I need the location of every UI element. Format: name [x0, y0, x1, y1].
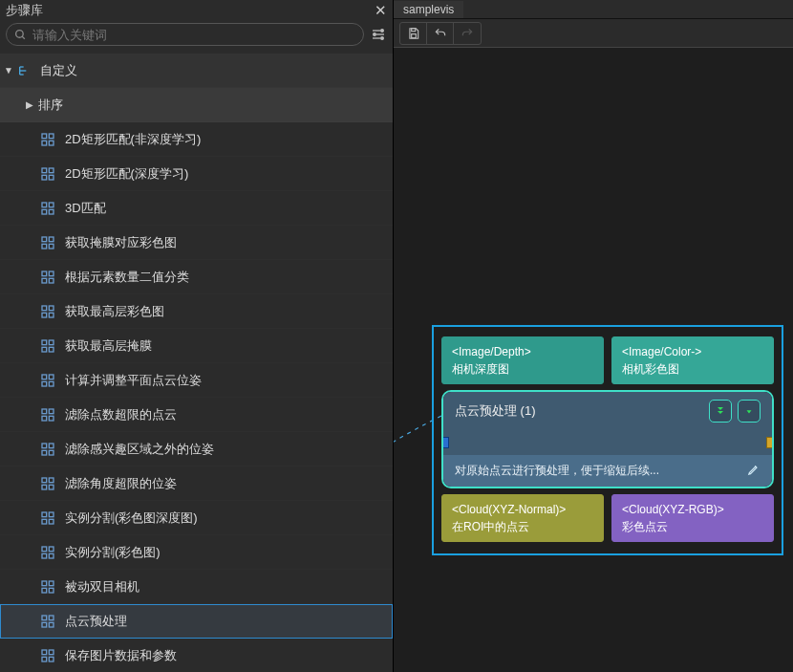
tree-item-label: 2D矩形匹配(深度学习): [65, 165, 188, 183]
tree-item[interactable]: 计算并调整平面点云位姿: [0, 363, 393, 398]
tree-item[interactable]: 保存图片数据和参数: [0, 639, 393, 672]
category-icon: [17, 63, 32, 78]
collapse-icon[interactable]: [709, 400, 732, 423]
tree-item-label: 实例分割(彩色图深度图): [65, 509, 198, 527]
tree-item[interactable]: 滤除角度超限的位姿: [0, 466, 393, 501]
tree-item-label: 根据元素数量二值分类: [65, 269, 189, 286]
tree-item[interactable]: 2D矩形匹配(非深度学习): [0, 122, 393, 157]
node-desc: 对原始点云进行预处理，便于缩短后续...: [455, 463, 659, 479]
tree-item-label: 滤除点数超限的点云: [65, 406, 177, 423]
step-icon: [40, 338, 55, 354]
tree-item[interactable]: 滤除点数超限的点云: [0, 398, 393, 432]
search-box[interactable]: [6, 23, 364, 46]
tree-item[interactable]: 获取最高层彩色图: [0, 294, 393, 329]
svg-point-7: [381, 37, 384, 40]
tree-item[interactable]: 被动双目相机: [0, 570, 393, 604]
tree-sort-label: 排序: [38, 97, 63, 114]
input-port-depth[interactable]: <Image/Depth> 相机深度图: [441, 336, 604, 384]
node-main[interactable]: 点云预处理 (1) 对原始点云进行预处理，便于缩短后续.: [441, 390, 774, 488]
flow-panel: samplevis <Image/Depth> 相机深度图: [394, 0, 793, 672]
step-icon: [40, 304, 55, 319]
toolbar: [394, 19, 793, 48]
step-icon: [40, 476, 55, 491]
svg-rect-74: [42, 657, 47, 661]
svg-point-3: [381, 30, 384, 33]
redo-button[interactable]: [454, 23, 481, 44]
close-icon[interactable]: ✕: [375, 2, 387, 19]
node-outputs: <Cloud(XYZ-Normal)> 在ROI中的点云 <Cloud(XYZ-…: [441, 494, 774, 542]
undo-button[interactable]: [427, 23, 454, 44]
search-input[interactable]: [32, 28, 355, 42]
svg-rect-23: [49, 209, 54, 214]
svg-rect-59: [49, 519, 54, 524]
svg-rect-13: [49, 134, 54, 139]
svg-rect-22: [42, 209, 47, 214]
exec-in-port[interactable]: [441, 437, 449, 448]
svg-rect-68: [42, 616, 47, 620]
step-icon: [40, 510, 55, 526]
input-port-color[interactable]: <Image/Color-> 相机彩色图: [611, 336, 774, 384]
svg-rect-76: [411, 28, 415, 31]
search-icon: [14, 29, 27, 41]
svg-line-1: [22, 36, 25, 39]
tree-item[interactable]: 根据元素数量二值分类: [0, 260, 393, 294]
svg-rect-16: [42, 168, 47, 173]
tree-sort-header[interactable]: ▶ 排序: [0, 88, 393, 122]
step-icon: [40, 373, 55, 388]
tree-item[interactable]: 实例分割(彩色图深度图): [0, 501, 393, 535]
step-icon: [40, 407, 55, 423]
save-button[interactable]: [400, 23, 427, 44]
edit-icon[interactable]: [747, 463, 761, 479]
tree-item-label: 计算并调整平面点云位姿: [65, 372, 202, 389]
exec-out-port[interactable]: [766, 437, 774, 448]
svg-rect-36: [42, 340, 47, 345]
tree-item[interactable]: 获取掩膜对应彩色图: [0, 226, 393, 260]
svg-rect-44: [42, 409, 47, 414]
svg-rect-30: [42, 278, 47, 283]
svg-rect-57: [49, 512, 54, 517]
tree-item[interactable]: 获取最高层掩膜: [0, 329, 393, 363]
tab-samplevis[interactable]: samplevis: [394, 1, 463, 18]
svg-rect-69: [49, 616, 54, 620]
svg-rect-25: [49, 237, 54, 242]
svg-rect-43: [49, 381, 54, 386]
tree-item[interactable]: 点云预处理: [0, 604, 393, 639]
svg-rect-35: [49, 313, 54, 317]
svg-rect-18: [42, 175, 47, 180]
svg-rect-29: [49, 271, 54, 276]
tree-item[interactable]: 2D矩形匹配(深度学习): [0, 157, 393, 191]
svg-rect-58: [42, 519, 47, 524]
svg-rect-14: [42, 141, 47, 145]
tree-item[interactable]: 滤除感兴趣区域之外的位姿: [0, 432, 393, 466]
svg-rect-26: [42, 244, 47, 249]
svg-rect-32: [42, 306, 47, 311]
sort-settings-icon[interactable]: [370, 26, 387, 43]
output-port-cloud-rgb[interactable]: <Cloud(XYZ-RGB)> 彩色点云: [611, 494, 774, 542]
flow-canvas[interactable]: <Image/Depth> 相机深度图 <Image/Color-> 相机彩色图…: [394, 48, 793, 672]
step-icon: [40, 201, 55, 216]
tree-item-label: 滤除角度超限的位姿: [65, 475, 177, 492]
svg-rect-17: [49, 168, 54, 173]
svg-rect-38: [42, 347, 47, 352]
svg-point-0: [16, 30, 24, 37]
step-icon: [40, 614, 55, 629]
node-title: 点云预处理 (1): [455, 402, 536, 420]
tree-root[interactable]: ▼ 自定义: [0, 54, 393, 88]
svg-rect-54: [42, 485, 47, 489]
svg-rect-55: [49, 485, 54, 489]
svg-rect-73: [49, 650, 54, 655]
svg-rect-60: [42, 547, 47, 552]
tree-root-label: 自定义: [40, 62, 77, 79]
run-icon[interactable]: [738, 400, 761, 423]
node-inputs: <Image/Depth> 相机深度图 <Image/Color-> 相机彩色图: [441, 336, 774, 384]
svg-rect-66: [42, 588, 47, 593]
tree-item[interactable]: 实例分割(彩色图): [0, 535, 393, 570]
tree-item[interactable]: 3D匹配: [0, 191, 393, 226]
svg-rect-15: [49, 141, 54, 145]
svg-rect-61: [49, 547, 54, 552]
svg-rect-67: [49, 588, 54, 593]
svg-rect-52: [42, 478, 47, 483]
tree-item-label: 保存图片数据和参数: [65, 647, 177, 664]
output-port-cloud-normal[interactable]: <Cloud(XYZ-Normal)> 在ROI中的点云: [441, 494, 604, 542]
svg-rect-42: [42, 381, 47, 386]
